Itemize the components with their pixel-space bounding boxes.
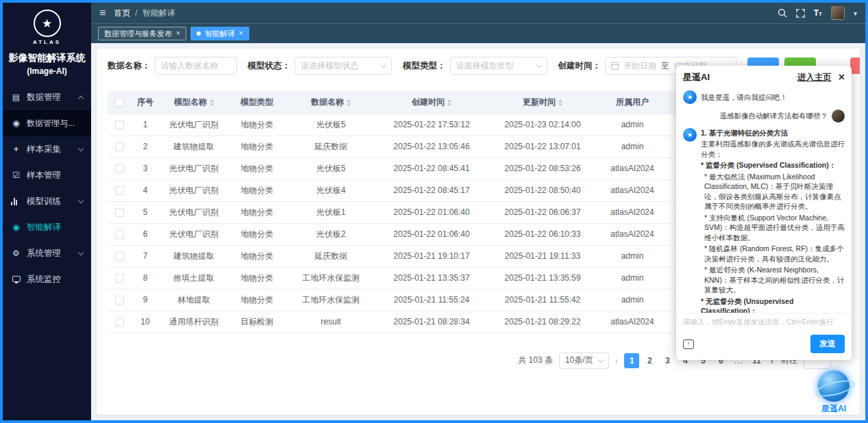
font-size-icon[interactable]: TT xyxy=(814,9,822,17)
calendar-icon xyxy=(611,62,619,70)
sidebar-item-system-monitor[interactable]: 系统监控 xyxy=(3,266,91,292)
cell-updated: 2025-01-21 11:55:42 xyxy=(487,289,598,311)
fullscreen-icon[interactable] xyxy=(796,9,805,18)
sidebar-item-sample-management[interactable]: ☑ 样本管理 xyxy=(3,162,91,188)
caret-down-icon[interactable]: ▾ xyxy=(854,10,857,17)
col-header-label: 更新时间 xyxy=(523,97,556,107)
sidebar-item-intelligent-interpretation[interactable]: ◉ 智能解译 xyxy=(3,214,91,240)
collapse-sidebar-icon[interactable]: ≡ xyxy=(99,8,106,18)
sidebar-item-data-management-publish[interactable]: ◉ 数据管理与... xyxy=(3,110,91,136)
cell-user: admin xyxy=(598,267,667,289)
tab-data-management-publish[interactable]: 数据管理与服务发布 × xyxy=(98,27,186,40)
answer-line: * 无监督分类 (Unsupervised Classification)： xyxy=(701,296,845,313)
row-select-cell xyxy=(108,157,131,179)
database-icon: ▤ xyxy=(11,92,21,102)
tab-intelligent-interpretation[interactable]: 智能解译 × xyxy=(190,27,249,40)
sort-down-icon[interactable] xyxy=(447,103,451,106)
sort-icon[interactable] xyxy=(558,99,562,106)
upload-icon[interactable]: ↑ xyxy=(683,339,694,349)
row-select-cell xyxy=(108,245,131,267)
row-checkbox[interactable] xyxy=(115,142,124,151)
chat-input[interactable]: 请输入，按Enter直接发送消息，Ctrl+Enter换行 xyxy=(676,313,852,332)
close-tab-icon[interactable]: × xyxy=(176,30,180,37)
search-icon[interactable] xyxy=(778,8,787,18)
row-checkbox[interactable] xyxy=(115,164,124,173)
sort-up-icon[interactable] xyxy=(447,99,451,102)
chevron-down-icon xyxy=(536,62,541,68)
page-button-1[interactable]: 1 xyxy=(624,353,639,368)
sidebar-item-data-management[interactable]: ▤ 数据管理 xyxy=(3,84,91,110)
tabs-bar: 数据管理与服务发布 × 智能解译 × xyxy=(91,23,865,43)
cell-created: 2025-01-22 08:45:17 xyxy=(376,179,487,201)
bot-avatar-icon: ★ xyxy=(683,128,697,142)
row-checkbox[interactable] xyxy=(115,296,124,305)
row-checkbox[interactable] xyxy=(115,274,124,283)
col-header-data[interactable]: 数据名称 xyxy=(286,91,376,114)
row-checkbox[interactable] xyxy=(115,230,124,239)
model-status-select[interactable]: 请选择模型状态 xyxy=(295,57,392,75)
sort-icon[interactable] xyxy=(210,99,214,106)
cell-model: 光伏电厂识别 xyxy=(160,114,228,136)
model-type-select[interactable]: 请选择模型类型 xyxy=(450,57,547,75)
data-name-input[interactable] xyxy=(155,57,237,75)
page-button-3[interactable]: 3 xyxy=(660,353,675,368)
logo-star-icon: ★ xyxy=(42,16,52,31)
action-button-3[interactable] xyxy=(850,57,860,74)
sidebar-item-sample-collection[interactable]: + 样本采集 xyxy=(3,136,91,162)
cell-user: admin xyxy=(598,114,667,136)
user-avatar[interactable] xyxy=(831,6,845,20)
filter-label: 模型状态： xyxy=(248,60,291,72)
cell-updated: 2025-01-22 08:53:26 xyxy=(487,157,598,179)
prev-page-button[interactable]: ‹ xyxy=(615,356,619,366)
fab-label: 星遥AI xyxy=(821,403,846,415)
page-size-select[interactable]: 10条/页 xyxy=(559,352,609,369)
sort-icon[interactable] xyxy=(447,99,451,106)
sidebar-item-model-training[interactable]: 模型训练 xyxy=(3,188,91,214)
select-placeholder: 请选择模型状态 xyxy=(301,60,358,72)
page-button-2[interactable]: 2 xyxy=(642,353,657,368)
col-header-label: 创建时间 xyxy=(412,97,445,107)
col-header-updated[interactable]: 更新时间 xyxy=(487,91,598,114)
row-checkbox[interactable] xyxy=(115,186,124,195)
sort-up-icon[interactable] xyxy=(347,99,351,102)
col-header-label: 序号 xyxy=(137,97,153,107)
col-header-label: 所属用户 xyxy=(616,97,649,107)
sidebar-item-system-management[interactable]: ⚙ 系统管理 xyxy=(3,240,91,266)
row-checkbox[interactable] xyxy=(115,318,124,326)
sidebar-item-label: 系统管理 xyxy=(27,248,61,259)
sort-icon[interactable] xyxy=(347,99,351,106)
cell-seq: 6 xyxy=(131,223,160,245)
cell-seq: 1 xyxy=(131,114,160,136)
breadcrumb-home[interactable]: 首页 xyxy=(114,8,130,19)
sidebar-item-label: 样本管理 xyxy=(27,170,61,181)
cell-model: 通用塔杆识别 xyxy=(160,311,228,333)
close-tab-icon[interactable]: × xyxy=(239,30,243,37)
cell-seq: 2 xyxy=(131,136,160,157)
cell-model: 光伏电厂识别 xyxy=(160,179,228,201)
topbar-icons: TT ▾ xyxy=(778,6,857,20)
date-range-to-label: 至 xyxy=(661,60,669,72)
sort-down-icon[interactable] xyxy=(210,103,214,106)
sort-down-icon[interactable] xyxy=(347,103,351,106)
row-select-cell xyxy=(108,179,131,201)
col-header-created[interactable]: 创建时间 xyxy=(376,91,487,114)
ai-assistant-fab[interactable]: 星遥AI xyxy=(812,370,856,415)
select-all-checkbox[interactable] xyxy=(115,98,124,107)
send-button[interactable]: 发送 xyxy=(810,335,845,353)
sort-up-icon[interactable] xyxy=(210,99,214,102)
cell-type: 地物分类 xyxy=(228,267,286,289)
sort-down-icon[interactable] xyxy=(558,103,562,106)
sort-up-icon[interactable] xyxy=(558,99,562,102)
chat-home-link[interactable]: 进入主页 xyxy=(797,72,832,84)
sidebar-item-label: 数据管理 xyxy=(27,92,61,103)
col-header-label: 数据名称 xyxy=(311,97,344,107)
cell-updated: 2025-01-22 06:10:33 xyxy=(487,223,598,245)
row-checkbox[interactable] xyxy=(115,252,124,261)
filter-label: 创建时间： xyxy=(558,60,602,72)
row-checkbox[interactable] xyxy=(115,120,124,129)
close-icon[interactable]: × xyxy=(839,72,845,83)
row-checkbox[interactable] xyxy=(115,208,124,217)
cell-user: atlasAI2024 xyxy=(598,179,667,201)
cell-seq: 4 xyxy=(131,179,160,201)
col-header-model[interactable]: 模型名称 xyxy=(160,91,228,114)
